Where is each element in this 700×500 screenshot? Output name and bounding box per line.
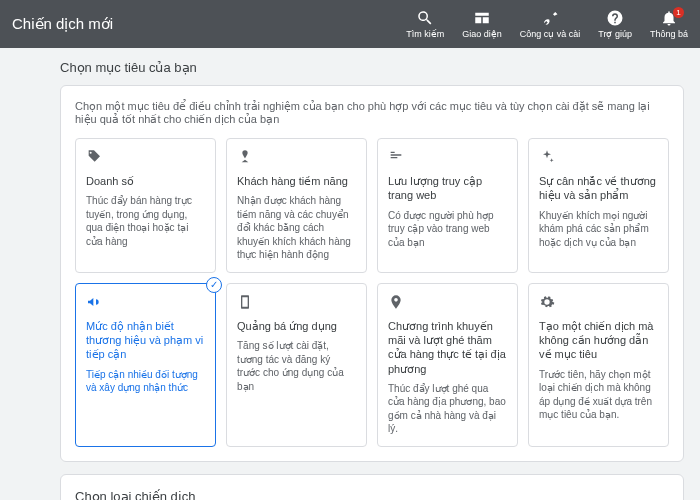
campaign-type-card: Chọn loại chiến dịch Hiển thị Tiếp cận k… <box>60 474 684 500</box>
nav-help[interactable]: Trợ giúp <box>598 9 632 39</box>
objective-tile-nogoal[interactable]: Tạo một chiến dịch mà không cần hướng dẫ… <box>528 283 669 447</box>
notification-badge: 1 <box>673 7 684 18</box>
check-icon: ✓ <box>206 277 222 293</box>
help-icon <box>606 9 624 27</box>
nav-appearance[interactable]: Giao diện <box>462 9 502 39</box>
leads-icon <box>237 149 356 168</box>
nav-search[interactable]: Tìm kiếm <box>406 9 444 39</box>
objective-tile-app[interactable]: Quảng bá ứng dụng Tăng số lượt cài đặt, … <box>226 283 367 447</box>
traffic-icon <box>388 149 507 168</box>
objective-card: Chọn một mục tiêu để điều chỉnh trải ngh… <box>60 85 684 462</box>
search-icon <box>416 9 434 27</box>
campaign-type-title: Chọn loại chiến dịch <box>75 489 669 500</box>
topbar-nav: Tìm kiếm Giao diện Công cụ và cài Trợ gi… <box>406 9 688 39</box>
objective-tile-local[interactable]: Chương trình khuyến mãi và lượt ghé thăm… <box>377 283 518 447</box>
objective-intro: Chọn một mục tiêu để điều chỉnh trải ngh… <box>75 100 669 126</box>
objective-tile-sales[interactable]: Doanh số Thúc đẩy bán hàng trực tuyến, t… <box>75 138 216 273</box>
objective-tile-traffic[interactable]: Lưu lượng truy cập trang web Có được ngư… <box>377 138 518 273</box>
wrench-icon <box>541 9 559 27</box>
objective-tile-consideration[interactable]: Sự cân nhắc về thương hiệu và sản phẩm K… <box>528 138 669 273</box>
tag-icon <box>86 149 205 168</box>
sparkle-icon <box>539 149 658 168</box>
megaphone-icon <box>86 294 205 313</box>
top-bar: Chiến dịch mới Tìm kiếm Giao diện Công c… <box>0 0 700 48</box>
nav-tools[interactable]: Công cụ và cài <box>520 9 581 39</box>
gear-icon <box>539 294 658 313</box>
page-title: Chiến dịch mới <box>12 15 113 33</box>
objective-tile-awareness[interactable]: ✓ Mức độ nhận biết thương hiệu và phạm v… <box>75 283 216 447</box>
nav-notifications[interactable]: 1 Thông bá <box>650 9 688 39</box>
appearance-icon <box>473 9 491 27</box>
phone-icon <box>237 294 356 313</box>
pin-icon <box>388 294 507 313</box>
objective-section-title: Chọn mục tiêu của bạn <box>60 60 684 75</box>
objective-tile-leads[interactable]: Khách hàng tiềm năng Nhận được khách hàn… <box>226 138 367 273</box>
